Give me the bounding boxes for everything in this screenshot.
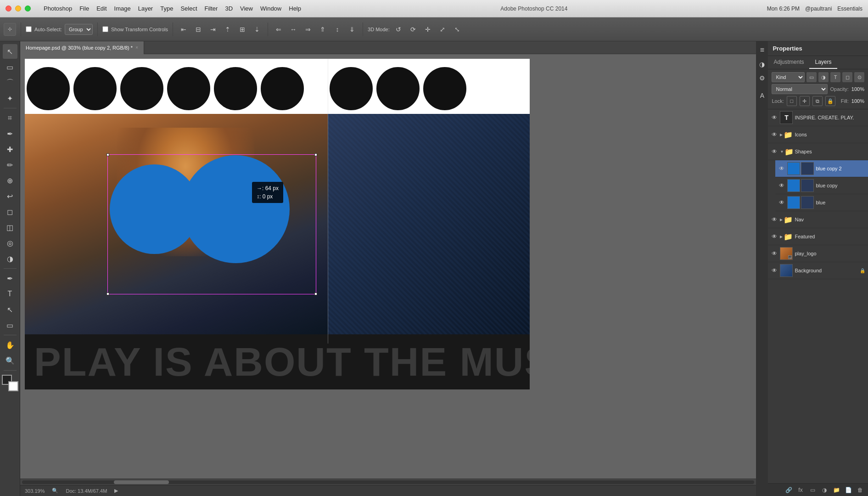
menu-type[interactable]: Type [160,5,173,12]
visibility-shapes[interactable]: 👁 [771,148,778,155]
magic-wand-tool[interactable]: ✦ [3,91,17,106]
filter-type-icon[interactable]: T [830,72,840,82]
clone-stamp-tool[interactable]: ⊕ [3,173,17,188]
add-mask-button[interactable]: ▭ [807,485,818,495]
add-fx-button[interactable]: fx [795,485,806,495]
link-layers-button[interactable]: 🔗 [784,485,794,495]
add-adjustment-button[interactable]: ◑ [819,485,829,495]
workspace-selector[interactable]: Essentials [837,6,862,12]
tab-close-button[interactable]: × [135,45,138,50]
visibility-play-logo[interactable]: 👁 [771,250,778,257]
distribute-center-h-button[interactable]: ↔ [287,23,299,35]
layer-item-nav[interactable]: 👁 ▶ 📁 Nav [768,211,868,228]
layer-item-inspire-text[interactable]: 👁 T INSPIRE. CREATE. PLAY. [768,109,868,126]
new-group-button[interactable]: 📁 [831,485,841,495]
menu-select[interactable]: Select [180,5,197,12]
new-layer-button[interactable]: 📄 [843,485,853,495]
expand-featured-icon[interactable]: ▶ [780,235,783,239]
3d-pan-button[interactable]: ✛ [422,23,434,35]
path-selection-tool[interactable]: ↖ [3,302,17,317]
brush-tool[interactable]: ✏ [3,158,17,172]
gradient-tool[interactable]: ◫ [3,220,17,235]
visibility-blue-copy-2[interactable]: 👁 [778,165,785,172]
marquee-tool[interactable]: ▭ [3,60,17,74]
lasso-tool[interactable]: ⌒ [3,75,17,90]
menu-layer[interactable]: Layer [138,5,153,12]
filter-shape-icon[interactable]: ◻ [842,72,852,82]
visibility-icons[interactable]: 👁 [771,131,778,138]
align-left-button[interactable]: ⇤ [178,23,190,35]
layer-item-play-logo[interactable]: 👁 ⊙ play_logo [768,245,868,262]
3d-rotate-button[interactable]: ↺ [392,23,404,35]
menu-file[interactable]: File [79,5,89,12]
visibility-nav[interactable]: 👁 [771,216,778,223]
healing-brush-tool[interactable]: ✚ [3,142,17,157]
layer-item-icons[interactable]: 👁 ▶ 📁 Icons [768,126,868,143]
tab-layers[interactable]: Layers [809,56,837,69]
eraser-tool[interactable]: ◻ [3,204,17,219]
distribute-left-button[interactable]: ⇐ [273,23,285,35]
canvas-container[interactable]: →: 64 px ↕: 0 px PLAY IS ABOUT THE MUSIC [20,54,756,479]
show-transform-checkbox[interactable] [102,26,108,32]
align-right-button[interactable]: ⇥ [207,23,219,35]
type-tool[interactable]: T [3,287,17,301]
close-button[interactable] [6,6,11,11]
scroll-thumb[interactable] [114,480,169,484]
visibility-featured[interactable]: 👁 [771,233,778,240]
layers-panel-icon[interactable]: ≡ [758,44,766,56]
tab-adjustments[interactable]: Adjustments [768,56,809,69]
distribute-right-button[interactable]: ⇒ [302,23,314,35]
filter-smart-icon[interactable]: ⊙ [854,72,864,82]
move-tool[interactable]: ↖ [3,44,17,59]
eyedropper-tool[interactable]: ✒ [3,126,17,141]
crop-tool[interactable]: ⌗ [3,111,17,125]
distribute-bottom-button[interactable]: ⇓ [346,23,358,35]
3d-scale-button[interactable]: ⤡ [451,23,463,35]
lock-all-button[interactable]: 🔒 [825,96,835,106]
menu-filter[interactable]: Filter [205,5,218,12]
menu-3d[interactable]: 3D [225,5,233,12]
horizontal-scrollbar[interactable] [20,479,756,485]
lock-artboard-button[interactable]: ⧉ [812,96,823,106]
distribute-top-button[interactable]: ⇑ [317,23,329,35]
layer-item-blue-copy[interactable]: 👁 blue copy [775,177,868,194]
dodge-tool[interactable]: ◑ [3,251,17,266]
align-bottom-button[interactable]: ⇣ [251,23,263,35]
history-brush-tool[interactable]: ↩ [3,189,17,203]
zoom-tool[interactable]: 🔍 [3,353,17,368]
hand-tool[interactable]: ✋ [3,338,17,352]
character-panel-icon[interactable]: A [758,90,766,101]
auto-select-dropdown[interactable]: Group Layer [65,24,93,35]
properties-panel-icon[interactable]: ⚙ [757,73,767,84]
layer-item-blue-copy-2[interactable]: 👁 blue copy 2 [775,160,868,177]
layer-item-featured[interactable]: 👁 ▶ 📁 Featured [768,228,868,245]
align-middle-button[interactable]: ⊞ [236,23,248,35]
menu-help[interactable]: Help [289,5,301,12]
menu-view[interactable]: View [240,5,253,12]
adjustments-panel-icon[interactable]: ◑ [757,59,767,70]
layer-item-background[interactable]: 👁 Background 🔒 [768,262,868,279]
pen-tool[interactable]: ✒ [3,271,17,286]
menu-edit[interactable]: Edit [96,5,106,12]
visibility-blue[interactable]: 👁 [778,199,785,206]
menu-photoshop[interactable]: Photoshop [44,5,72,12]
document-tab[interactable]: Homepage.psd @ 303% (blue copy 2, RGB/8)… [20,41,144,54]
filter-adjust-icon[interactable]: ◑ [818,72,829,82]
expand-icons-icon[interactable]: ▶ [780,133,783,137]
align-center-h-button[interactable]: ⊟ [192,23,204,35]
lock-pixels-button[interactable]: □ [787,96,797,106]
distribute-middle-button[interactable]: ↕ [331,23,343,35]
menu-image[interactable]: Image [114,5,131,12]
visibility-inspire-text[interactable]: 👁 [771,114,778,121]
auto-select-checkbox[interactable] [26,26,32,32]
align-top-button[interactable]: ⇡ [222,23,234,35]
expand-nav-icon[interactable]: ▶ [780,218,783,222]
filter-pixel-icon[interactable]: ▭ [806,72,817,82]
shape-tool[interactable]: ▭ [3,318,17,333]
layer-item-blue[interactable]: 👁 blue [775,194,868,211]
menu-window[interactable]: Window [260,5,281,12]
background-color[interactable] [8,381,18,391]
visibility-background[interactable]: 👁 [771,267,778,274]
minimize-button[interactable] [15,6,21,11]
3d-slide-button[interactable]: ⤢ [437,23,448,35]
